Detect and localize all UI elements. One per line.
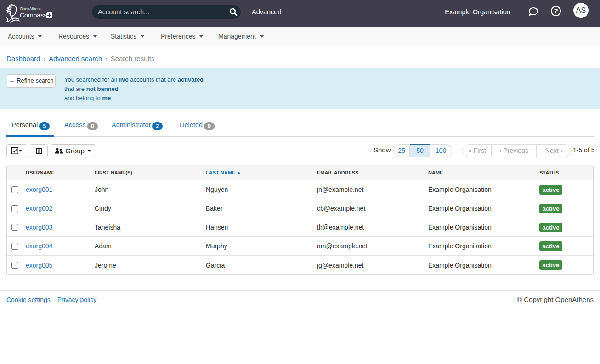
svg-text:?: ? — [554, 7, 558, 15]
